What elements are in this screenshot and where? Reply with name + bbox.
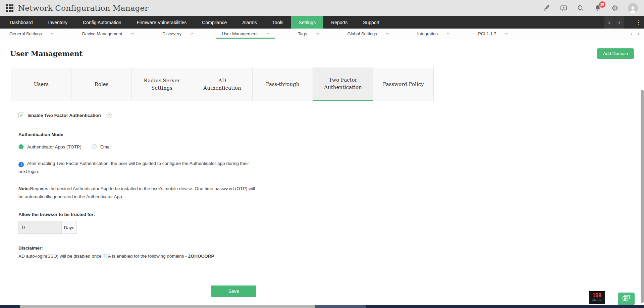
subnav-item-pci[interactable]: PCI 1.1.7 xyxy=(473,29,514,39)
chevron-down-icon xyxy=(386,33,389,35)
notification-badge: 29 xyxy=(599,1,605,8)
radio-authenticator-apps-label: Authenticator Apps (TOTP) xyxy=(27,144,82,149)
nav-item-reports[interactable]: Reports xyxy=(323,16,355,29)
chevron-down-icon xyxy=(446,33,450,35)
tab-pass-through[interactable]: Pass-through xyxy=(253,68,313,101)
subnav-item-integration[interactable]: Integration xyxy=(412,29,455,39)
checkmark-icon: ✓ xyxy=(19,113,23,118)
auth-mode-label: Authentication Mode xyxy=(18,132,258,137)
info-icon: ! xyxy=(18,162,24,167)
divider xyxy=(18,272,258,272)
app-title: Network Configuration Manager xyxy=(18,4,149,12)
disclaimer: Disclaimer: AD auto-login(SSO) will be d… xyxy=(18,244,258,260)
nav-scroll-right-icon[interactable]: › xyxy=(614,16,624,29)
radio-email[interactable] xyxy=(92,144,97,149)
bell-icon[interactable]: 29 xyxy=(594,4,602,12)
divider xyxy=(18,124,258,124)
alarms-label: Alarms xyxy=(589,299,605,302)
chevron-down-icon xyxy=(316,33,319,35)
enable-tfa-checkbox[interactable]: ✓ xyxy=(18,113,24,118)
chat-button[interactable] xyxy=(618,293,635,305)
top-bar: Network Configuration Manager xyxy=(0,0,644,16)
nav-item-support[interactable]: Support xyxy=(355,16,387,29)
trusted-days-unit: Days xyxy=(61,221,77,234)
main-nav: Dashboard Inventory Config Automation Fi… xyxy=(0,16,644,29)
subnav-item-user-management[interactable]: User Management xyxy=(216,29,275,39)
subnav-scroll-right-icon[interactable]: › xyxy=(638,31,639,37)
help-icon[interactable]: ? xyxy=(106,113,112,118)
alarms-widget[interactable]: 159 Alarms xyxy=(589,291,605,304)
alarms-count: 159 xyxy=(589,292,605,299)
subnav-scroll-left-icon[interactable]: ‹ xyxy=(630,31,632,37)
two-factor-panel: ✓ Enable Two Factor Authentication ? Aut… xyxy=(18,113,258,297)
tab-radius-server-settings[interactable]: Radius Server Settings xyxy=(132,68,192,101)
tab-roles[interactable]: Roles xyxy=(71,68,132,101)
bottom-bar-segment xyxy=(315,305,366,308)
nav-item-tools[interactable]: Tools xyxy=(265,16,291,29)
radio-authenticator-apps[interactable] xyxy=(18,144,24,149)
trusted-browser-label: Allow the browser to be trusted for: xyxy=(18,212,258,217)
subnav-item-device-management[interactable]: Device Management xyxy=(77,29,140,39)
info-message: !After enabling Two Factor Authenticatio… xyxy=(18,160,258,176)
horizontal-scrollbar[interactable] xyxy=(20,305,315,308)
tab-ad-authentication[interactable]: AD Authentication xyxy=(192,68,253,101)
enable-tfa-label: Enable Two Factor Authentication xyxy=(28,113,101,118)
gear-icon[interactable]: ⚙ xyxy=(611,4,619,12)
chevron-down-icon xyxy=(190,33,194,35)
tab-two-factor-authentication[interactable]: Two Factor Authentication xyxy=(313,68,373,101)
nav-item-compliance[interactable]: Compliance xyxy=(194,16,234,29)
subnav-item-global-settings[interactable]: Global Settings xyxy=(342,29,394,39)
more-vertical-icon[interactable]: ⋮ xyxy=(633,19,644,26)
search-icon[interactable] xyxy=(577,4,585,12)
user-management-tabs: Users Roles Radius Server Settings AD Au… xyxy=(11,68,434,101)
chat-icon xyxy=(622,294,631,304)
presentation-icon[interactable] xyxy=(559,4,568,12)
note-message: Note:Requires the desired Authenticator … xyxy=(18,185,258,201)
bottom-bar xyxy=(0,305,644,308)
disclaimer-label: Disclaimer: xyxy=(18,244,258,252)
save-button[interactable]: Save xyxy=(211,285,256,297)
tab-users[interactable]: Users xyxy=(11,68,71,101)
vertical-scrollbar[interactable] xyxy=(641,90,644,303)
rocket-icon[interactable] xyxy=(542,4,550,12)
chevron-down-icon xyxy=(131,33,134,35)
disclaimer-domain: ZOHOCORP xyxy=(188,254,214,259)
trusted-days-input[interactable] xyxy=(18,221,61,234)
chevron-down-icon xyxy=(505,33,508,35)
user-avatar[interactable] xyxy=(628,3,638,13)
chevron-down-icon xyxy=(51,33,54,35)
nav-item-inventory[interactable]: Inventory xyxy=(41,16,75,29)
nav-item-firmware-vulnerabilities[interactable]: Firmware Vulnerabilities xyxy=(129,16,195,29)
nav-item-config-automation[interactable]: Config Automation xyxy=(75,16,129,29)
nav-item-settings[interactable]: Settings xyxy=(291,16,324,29)
subnav-item-general-settings[interactable]: General Settings xyxy=(4,29,59,39)
add-domain-button[interactable]: Add Domain xyxy=(597,48,634,59)
apps-grid-icon[interactable] xyxy=(6,4,13,12)
page-title: User Management xyxy=(10,49,83,58)
chevron-down-icon xyxy=(266,33,270,35)
settings-subnav: General Settings Device Management Disco… xyxy=(0,29,644,39)
nav-item-dashboard[interactable]: Dashboard xyxy=(2,16,41,29)
nav-item-alarms[interactable]: Alarms xyxy=(234,16,265,29)
radio-email-label: Email xyxy=(100,144,112,149)
nav-scroll-left-icon[interactable]: ‹ xyxy=(604,16,614,29)
subnav-item-discovery[interactable]: Discovery xyxy=(157,29,199,39)
subnav-item-tags[interactable]: Tags xyxy=(292,29,324,39)
tab-password-policy[interactable]: Password Policy xyxy=(373,68,434,101)
